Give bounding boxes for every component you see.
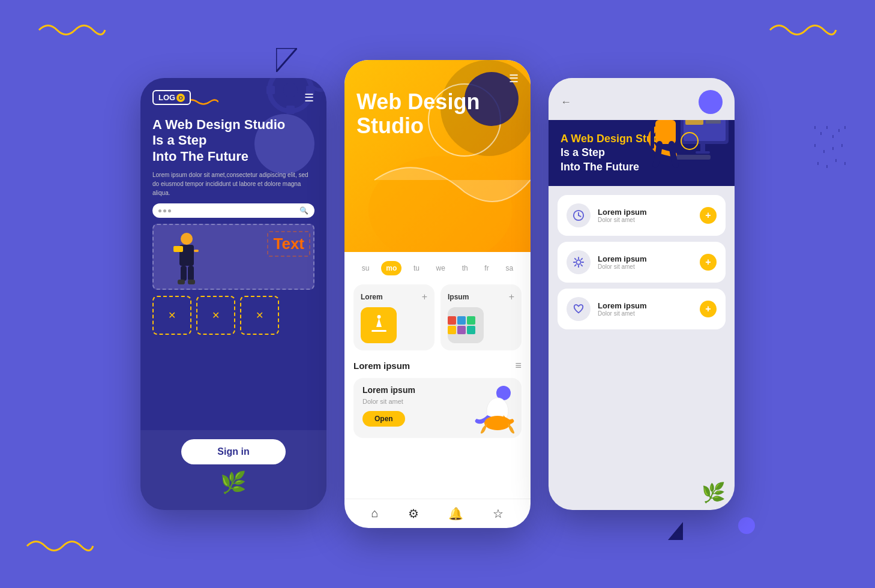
browser-dot-1 <box>158 209 161 212</box>
browser-bar[interactable]: 🔍 <box>152 203 314 218</box>
list-item-3-plus[interactable]: + <box>700 301 717 317</box>
svg-rect-29 <box>188 266 194 281</box>
phone2-section: Lorem ipsum ≡ Lorem ipsum Dolor sit amet… <box>353 359 522 438</box>
list-item-2-text: Lorem ipsum Dolor sit amet <box>598 254 693 270</box>
pen-icon <box>368 315 389 336</box>
phone1-main-title: A Web Design Studio Is a Step Into The F… <box>152 117 314 164</box>
signin-button[interactable]: Sign in <box>181 439 285 464</box>
icon-row <box>152 296 314 340</box>
phone2-nav: ⌂ ⚙ 🔔 ☆ <box>344 499 531 528</box>
person-figure-1 <box>157 232 205 289</box>
phone1-subtitle: Lorem ipsum dolor sit amet,consectetur a… <box>152 170 314 197</box>
svg-rect-53 <box>651 120 654 149</box>
section-title: Lorem ipsum <box>353 361 410 371</box>
clock-icon <box>573 209 585 221</box>
open-button[interactable]: Open <box>362 411 405 427</box>
svg-point-39 <box>377 315 380 319</box>
phone2-title: Web Design Studio <box>356 90 519 137</box>
browser-dots <box>158 209 171 212</box>
nav-settings[interactable]: ⚙ <box>408 506 419 521</box>
day-selector: su mo tu we th fr sa <box>353 261 522 275</box>
computer-person <box>633 120 735 186</box>
svg-rect-52 <box>655 120 676 144</box>
phone3-hero: A Web Design Studio Is a Step Into The F… <box>549 120 735 186</box>
swatch-green <box>467 316 475 325</box>
list-item-2-title: Lorem ipsum <box>598 254 693 263</box>
gear-icon-circle <box>567 250 591 274</box>
swatch-red <box>448 316 456 325</box>
day-tu[interactable]: tu <box>409 261 424 275</box>
clock-icon-circle <box>567 203 591 227</box>
list-item-1-subtitle: Dolor sit amet <box>598 217 693 223</box>
design-canvas: Text <box>152 224 314 290</box>
orange-ring <box>681 132 699 150</box>
svg-line-57 <box>579 215 581 217</box>
day-mo[interactable]: mo <box>381 261 401 275</box>
nav-home[interactable]: ⌂ <box>371 506 379 521</box>
card2-plus[interactable]: + <box>509 292 514 302</box>
svg-rect-37 <box>371 330 386 332</box>
hamburger-menu[interactable]: ☰ <box>304 91 314 104</box>
search-icon: 🔍 <box>299 206 308 215</box>
svg-point-42 <box>484 416 511 430</box>
list-item-2-plus[interactable]: + <box>700 254 717 271</box>
list-item-1-plus[interactable]: + <box>700 207 717 224</box>
list-item-1[interactable]: Lorem ipsum Dolor sit amet + <box>558 195 726 236</box>
svg-rect-49 <box>696 151 710 154</box>
section-menu[interactable]: ≡ <box>515 359 522 372</box>
day-we[interactable]: we <box>431 261 450 275</box>
nav-bell[interactable]: 🔔 <box>448 506 463 521</box>
swatch-teal <box>467 326 475 334</box>
card2-title: Ipsum <box>448 293 469 301</box>
card1-title: Lorem <box>361 293 383 301</box>
plant-decoration: 🌿 <box>220 470 247 495</box>
list-item-3[interactable]: Lorem ipsum Dolor sit amet + <box>558 289 726 329</box>
list-item-2[interactable]: Lorem ipsum Dolor sit amet + <box>558 242 726 283</box>
day-fr[interactable]: fr <box>480 261 493 275</box>
phone3-header: ← <box>549 78 735 120</box>
phone3-content: Lorem ipsum Dolor sit amet + Lorem ipsum… <box>549 186 735 510</box>
phone-mockup-1: LOGO ☰ A Web Design Studio Is a Step Int… <box>140 78 326 510</box>
svg-rect-27 <box>194 250 199 252</box>
svg-marker-38 <box>376 318 382 327</box>
card2-icon <box>448 307 484 343</box>
list-item-1-text: Lorem ipsum Dolor sit amet <box>598 208 693 223</box>
card2-header: Ipsum + <box>448 292 514 302</box>
swatch-blue <box>457 316 466 325</box>
list-item-3-subtitle: Dolor sit amet <box>598 310 693 317</box>
svg-rect-28 <box>181 266 187 281</box>
browser-dot-2 <box>163 209 166 212</box>
svg-rect-32 <box>173 246 183 252</box>
day-sa[interactable]: sa <box>501 261 518 275</box>
card1-icon <box>361 307 397 343</box>
svg-point-34 <box>368 156 513 252</box>
svg-point-24 <box>181 233 193 245</box>
heart-icon-circle <box>567 297 591 321</box>
svg-rect-45 <box>685 120 703 125</box>
feature-card: Lorem ipsum Dolor sit amet Open <box>353 378 522 438</box>
phone2-hero-svg <box>344 60 531 252</box>
swatch-yellow <box>448 326 456 334</box>
icon-box-3 <box>240 296 279 335</box>
icon-box-1 <box>152 296 191 335</box>
phone2-hero: ☰ Web Design Studio <box>344 60 531 252</box>
list-item-2-subtitle: Dolor sit amet <box>598 263 693 270</box>
phone2-hamburger[interactable]: ☰ <box>509 72 519 85</box>
phone2-card-2: Ipsum + <box>441 284 522 350</box>
phone2-card-1: Lorem + <box>353 284 434 350</box>
day-su[interactable]: su <box>357 261 374 275</box>
phone-mockup-2: ☰ Web Design Studio su mo tu we th fr sa <box>344 60 531 528</box>
card1-plus[interactable]: + <box>422 292 427 302</box>
svg-rect-50 <box>675 155 711 160</box>
back-icon[interactable]: ← <box>561 96 571 109</box>
card1-header: Lorem + <box>361 292 427 302</box>
phone1-bottom: Sign in 🌿 <box>140 430 326 510</box>
icon-box-2 <box>196 296 235 335</box>
design-text-label: Text <box>267 231 310 257</box>
avatar-circle <box>699 90 723 114</box>
nav-star[interactable]: ☆ <box>493 506 504 521</box>
day-th[interactable]: th <box>457 261 473 275</box>
svg-rect-31 <box>188 280 195 284</box>
svg-rect-47 <box>706 120 721 124</box>
settings-icon <box>573 256 585 268</box>
